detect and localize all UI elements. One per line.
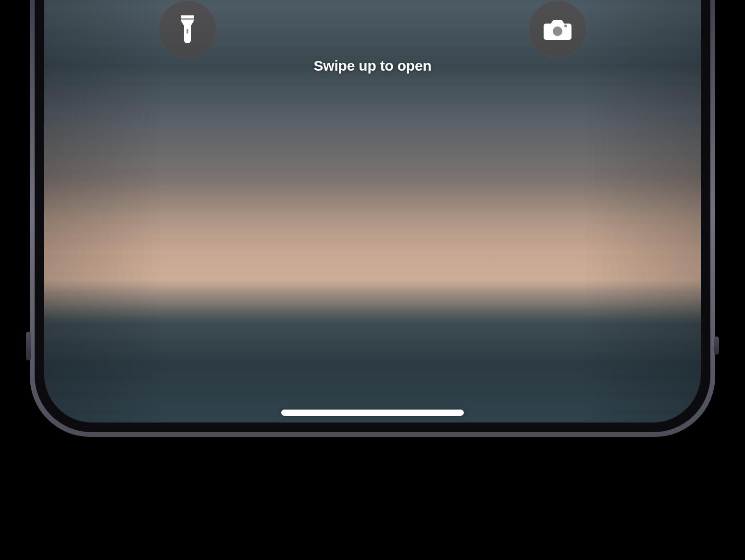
flashlight-icon <box>176 13 199 45</box>
flashlight-button[interactable] <box>159 0 216 58</box>
svg-point-8 <box>553 26 562 36</box>
svg-rect-6 <box>181 18 194 20</box>
home-indicator[interactable] <box>281 410 464 416</box>
camera-icon <box>543 18 572 41</box>
svg-point-9 <box>564 25 567 27</box>
swipe-up-hint: Swipe up to open <box>44 58 701 74</box>
device-side-button-left <box>26 332 31 361</box>
svg-rect-7 <box>186 29 188 34</box>
device-frame: austerity sternness of manner Search <box>0 0 745 560</box>
device-side-button-right <box>714 336 719 355</box>
camera-button[interactable] <box>529 0 586 58</box>
lock-screen: austerity sternness of manner Search <box>44 0 701 423</box>
